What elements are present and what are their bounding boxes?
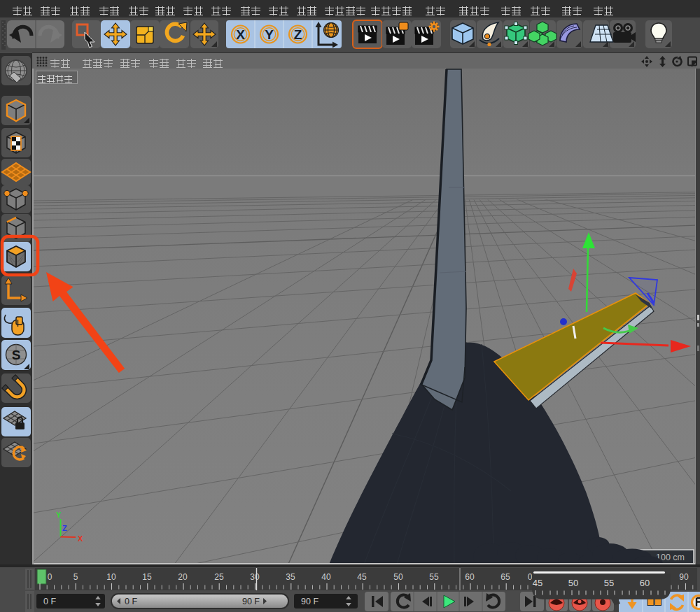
svg-text:50: 50 [568,578,578,588]
svg-text:60: 60 [640,578,650,588]
svg-text:55: 55 [604,578,614,588]
svg-text:45: 45 [533,578,542,588]
